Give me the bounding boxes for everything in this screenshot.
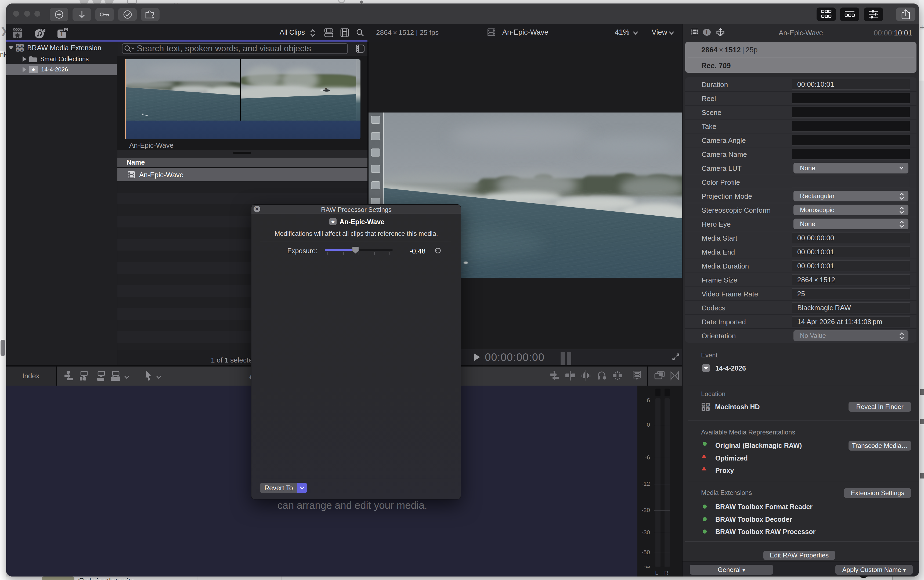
svg-text:★: ★ (16, 44, 19, 48)
svg-text:★: ★ (706, 403, 710, 407)
svg-text:★: ★ (702, 403, 705, 407)
svg-text:★: ★ (16, 48, 19, 51)
svg-text:★: ★ (20, 44, 23, 48)
svg-text:★: ★ (702, 407, 705, 411)
svg-text:★: ★ (20, 48, 23, 51)
svg-text:★: ★ (706, 407, 710, 411)
